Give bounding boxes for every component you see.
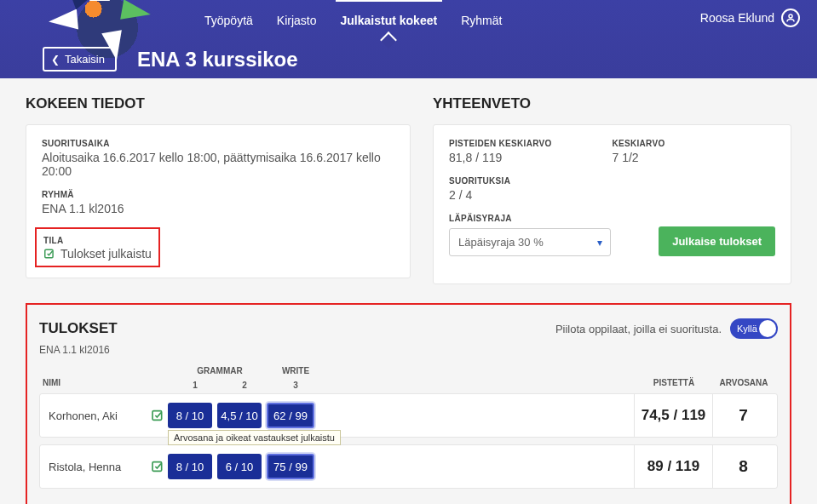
svg-point-0 [789,14,792,18]
tila-label: TILA [43,236,152,245]
pisteiden-keskiarvo-label: PISTEIDEN KESKIARVO [449,139,613,148]
kokeen-tiedot-card: SUORITUSAIKA Aloitusaika 16.6.2017 kello… [26,124,411,278]
col-pistetta: PISTETTÄ [635,366,713,390]
tulokset-panel: TULOKSET Piilota oppilaat, joilla ei suo… [26,303,791,504]
sub-header: ❮ Takaisin ENA 3 kurssikoe [43,47,298,72]
kokeen-tiedot-title: KOKEEN TIEDOT [26,95,411,112]
col-write-3: 3 [269,381,322,390]
lapaisyraja-select-wrap: Läpäisyraja 30 % ▾ [449,228,611,256]
score-cell-write[interactable]: 62 / 99 [267,403,314,428]
col-arvosana: ARVOSANA [713,366,774,390]
nav-kirjasto[interactable]: Kirjasto [277,0,317,41]
toggle-knob [759,320,776,337]
svg-rect-1 [45,249,53,257]
published-check-icon [43,248,55,260]
kokeen-tiedot-column: KOKEEN TIEDOT SUORITUSAIKA Aloitusaika 1… [26,95,411,284]
hide-students-toggle[interactable]: Kyllä [730,318,778,339]
yhteenveto-column: YHTEENVETO PISTEIDEN KESKIARVO 81,8 / 11… [433,95,791,284]
table-row: Korhonen, Aki 8 / 10 4,5 / 10 62 / 99 74… [39,393,778,438]
score-cell-grammar-1[interactable]: 8 / 10 [168,454,212,479]
tulokset-title: TULOKSET [39,320,118,337]
header-bar: Työpöytä Kirjasto Julkaistut kokeet Ryhm… [0,0,817,78]
published-check-icon[interactable] [151,409,168,422]
lapaisyraja-select[interactable]: Läpäisyraja 30 % [449,228,611,256]
hide-students-label: Piilota oppilaat, joilla ei suoritusta. [555,323,722,335]
tila-highlight-box: TILA Tulokset julkaistu [35,227,160,267]
lapaisyraja-label: LÄPÄISYRAJA [449,214,645,223]
ryhma-value: ENA 1.1 kl2016 [42,202,394,215]
nav-julkaistut-kokeet[interactable]: Julkaistut kokeet [341,0,438,41]
score-cell-grammar-1[interactable]: 8 / 10 [168,403,212,428]
row-total-points: 74,5 / 119 [634,394,712,437]
results-table-header: NIMI GRAMMAR 1 2 WRITE 3 PISTETTÄ ARVOSA… [39,366,778,393]
col-grammar-1: 1 [170,381,220,390]
row-total-points: 89 / 119 [634,445,712,488]
ryhma-label: RYHMÄ [42,190,394,199]
tulokset-group-name: ENA 1.1 kl2016 [39,344,778,356]
row-grade: 7 [712,394,774,437]
status-tooltip: Arvosana ja oikeat vastaukset julkaistu [168,430,341,445]
user-icon [781,9,800,27]
julkaise-tulokset-button[interactable]: Julkaise tulokset [659,226,775,256]
keskiarvo-label: KESKIARVO [613,139,776,148]
col-nimi: NIMI [43,366,153,390]
student-name[interactable]: Korhonen, Aki [49,410,151,422]
svg-rect-3 [152,462,162,472]
tila-value: Tulokset julkaistu [60,247,152,261]
table-row: Ristola, Henna 8 / 10 6 / 10 75 / 99 89 … [39,444,778,489]
col-grammar-2: 2 [220,381,269,390]
back-label: Takaisin [65,53,105,66]
score-cell-grammar-2[interactable]: 4,5 / 10 [217,403,262,428]
nav-tyopoyto[interactable]: Työpöytä [204,0,253,41]
row-grade: 8 [712,445,774,488]
yhteenveto-card: PISTEIDEN KESKIARVO 81,8 / 119 KESKIARVO… [433,124,791,284]
user-name: Roosa Eklund [700,11,774,25]
col-write: WRITE [269,366,322,375]
suorituksia-label: SUORITUKSIA [449,176,613,186]
pisteiden-keskiarvo-value: 81,8 / 119 [449,151,613,164]
suoritusaika-label: SUORITUSAIKA [42,139,394,148]
col-grammar: GRAMMAR [170,366,269,375]
student-name[interactable]: Ristola, Henna [49,461,151,473]
published-check-icon[interactable] [151,460,168,473]
hide-students-toggle-wrap: Piilota oppilaat, joilla ei suoritusta. … [555,318,778,339]
yhteenveto-title: YHTEENVETO [433,95,791,112]
user-menu[interactable]: Roosa Eklund [700,9,800,27]
content-area: KOKEEN TIEDOT SUORITUSAIKA Aloitusaika 1… [0,78,817,504]
score-cell-write[interactable]: 75 / 99 [267,454,314,479]
svg-rect-2 [152,411,162,421]
keskiarvo-value: 7 1/2 [613,151,776,164]
back-button[interactable]: ❮ Takaisin [43,47,117,72]
suoritusaika-value: Aloitusaika 16.6.2017 kello 18:00, päätt… [42,151,394,178]
score-cell-grammar-2[interactable]: 6 / 10 [217,454,262,479]
page-title: ENA 3 kurssikoe [137,48,298,72]
nav-ryhmat[interactable]: Ryhmät [461,0,502,41]
chevron-left-icon: ❮ [51,54,60,66]
toggle-value: Kyllä [737,324,757,334]
suorituksia-value: 2 / 4 [449,188,613,202]
